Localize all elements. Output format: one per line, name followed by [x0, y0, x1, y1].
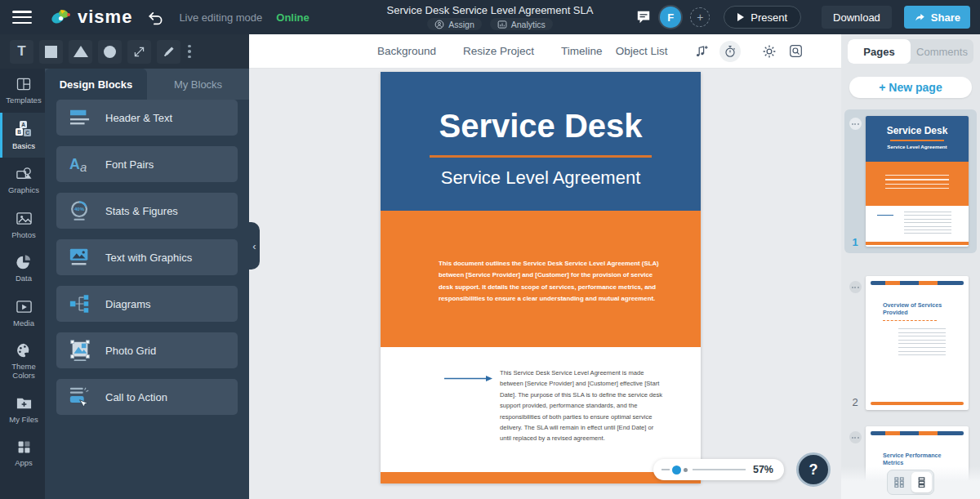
sidebar-item-theme-colors[interactable]: Theme Colors	[0, 335, 45, 387]
download-button[interactable]: Download	[822, 6, 892, 29]
visme-logo[interactable]: visme	[51, 7, 132, 28]
assign-button[interactable]: Assign	[427, 18, 482, 30]
preview-search-button[interactable]	[785, 41, 806, 62]
thumb-title: Overview of Services Provided	[883, 301, 945, 316]
grid-view-button[interactable]	[889, 472, 910, 492]
sidebar-label: Templates	[6, 96, 41, 105]
sidebar-item-my-files[interactable]: My Files	[0, 387, 45, 432]
present-button[interactable]: Present	[724, 6, 801, 29]
hamburger-menu-icon[interactable]	[12, 11, 32, 24]
document-title[interactable]: Service Desk	[381, 108, 701, 145]
text-tool[interactable]: T	[10, 40, 33, 64]
document-footer-bar	[381, 472, 701, 483]
block-item-call-to-action[interactable]: Call to Action	[56, 379, 238, 415]
block-item-photo-grid[interactable]: Photo Grid	[56, 332, 238, 368]
page-2-preview[interactable]: Overview of Services Provided	[866, 276, 969, 410]
timeline-button[interactable]: Timeline	[561, 45, 603, 57]
document-subtitle[interactable]: Service Level Agreement	[381, 167, 701, 189]
title-divider	[430, 155, 652, 158]
object-list-button[interactable]: Object List	[616, 45, 668, 57]
block-item-text-with-graphics[interactable]: Text with Graphics	[56, 239, 238, 275]
document-body-text[interactable]: This Service Desk Service Level Agreemen…	[500, 368, 666, 444]
data-icon	[16, 254, 32, 270]
document-intro-section[interactable]: This document outlines the Service Desk …	[381, 211, 701, 347]
tab-design-blocks[interactable]: Design Blocks	[45, 69, 147, 100]
basics-icon: A B C	[15, 120, 33, 138]
zoom-slider-handle[interactable]	[672, 466, 681, 474]
sidebar-label: Basics	[12, 142, 35, 151]
text-with-graphics-icon	[67, 247, 93, 268]
triangle-tool[interactable]	[69, 40, 92, 64]
sidebar-item-photos[interactable]: Photos	[0, 203, 45, 247]
user-avatar[interactable]: F	[660, 7, 681, 28]
document-body-section[interactable]: This Service Desk Service Level Agreemen…	[381, 347, 701, 472]
project-title[interactable]: Service Desk Service Level Agreement SLA	[387, 4, 594, 16]
canvas-area[interactable]: Service Desk Service Level Agreement Thi…	[249, 69, 841, 499]
page-options-icon[interactable]	[849, 118, 862, 130]
square-tool[interactable]	[39, 40, 63, 64]
line-tool[interactable]	[127, 40, 151, 64]
add-collaborator-button[interactable]: +	[690, 7, 710, 27]
my-files-icon	[16, 394, 33, 412]
sidebar-item-basics[interactable]: A B C Basics	[0, 113, 45, 158]
page-thumbnail-1[interactable]: 1 Service Desk Service Level Agreement	[844, 109, 977, 253]
timer-button[interactable]	[719, 41, 741, 62]
zoom-level: 57%	[753, 464, 773, 475]
top-bar: visme Live editing modeOnline Service De…	[0, 0, 980, 34]
block-item-font-pairs[interactable]: Aa Font Pairs	[56, 146, 238, 182]
background-button[interactable]: Background	[377, 45, 436, 57]
comments-icon[interactable]	[636, 10, 651, 25]
new-page-button[interactable]: + New page	[849, 77, 972, 98]
page-1-preview[interactable]: Service Desk Service Level Agreement	[866, 116, 969, 247]
list-view-button[interactable]	[911, 472, 932, 492]
thumb-title: Service Performance Metrics	[883, 452, 945, 466]
sidebar-item-graphics[interactable]: Graphics	[0, 158, 45, 203]
circle-tool[interactable]	[98, 40, 122, 64]
sidebar-item-apps[interactable]: Apps	[0, 432, 45, 475]
add-audio-button[interactable]	[690, 41, 711, 62]
document-header-section[interactable]: Service Desk Service Level Agreement	[381, 72, 701, 211]
templates-icon	[16, 76, 32, 92]
tab-my-blocks[interactable]: My Blocks	[147, 69, 249, 100]
page-number: 1	[852, 236, 858, 248]
sidebar-item-media[interactable]: Media	[0, 291, 45, 336]
sidebar-item-templates[interactable]: Templates	[0, 69, 45, 113]
svg-text:40%: 40%	[74, 207, 85, 212]
settings-button[interactable]	[759, 41, 780, 62]
share-arrow-icon	[914, 11, 926, 24]
tab-pages[interactable]: Pages	[848, 39, 911, 64]
block-item-diagrams[interactable]: Diagrams	[56, 286, 238, 322]
resize-project-button[interactable]: Resize Project	[463, 45, 534, 57]
visme-editor: visme Live editing modeOnline Service De…	[0, 0, 980, 499]
arrow-right-icon	[444, 375, 493, 382]
page-options-icon[interactable]	[849, 431, 862, 443]
thumbnail-view-toggle	[887, 470, 934, 495]
more-tools-icon[interactable]	[188, 45, 191, 59]
theme-colors-icon	[16, 342, 32, 359]
block-item-stats-figures[interactable]: 40% Stats & Figures	[56, 193, 238, 229]
block-item-header-text[interactable]: Header & Text	[56, 100, 238, 136]
sidebar-item-data[interactable]: Data	[0, 247, 45, 291]
block-item-label: Photo Grid	[105, 345, 156, 357]
draw-tool[interactable]	[157, 40, 180, 64]
collapse-panel-button[interactable]: ‹	[249, 222, 260, 270]
share-button[interactable]: Share	[904, 6, 970, 29]
tab-comments[interactable]: Comments	[911, 39, 973, 64]
svg-text:a: a	[80, 160, 87, 174]
analytics-label: Analytics	[511, 20, 546, 29]
help-button[interactable]: ?	[796, 452, 831, 487]
page-thumbnail-2[interactable]: 2 Overview of Services Provided	[844, 273, 977, 413]
sidebar-label: Media	[13, 319, 34, 328]
analytics-button[interactable]: Analytics	[490, 18, 553, 30]
line-arrow-icon	[132, 45, 146, 59]
header-text-icon	[67, 108, 93, 127]
page-options-icon[interactable]	[849, 281, 862, 293]
timer-icon	[724, 45, 737, 58]
undo-icon[interactable]	[148, 10, 163, 25]
document-page[interactable]: Service Desk Service Level Agreement Thi…	[381, 72, 701, 483]
call-to-action-icon	[67, 385, 93, 408]
magnifier-square-icon	[789, 44, 803, 58]
document-intro-text[interactable]: This document outlines the Service Desk …	[439, 258, 662, 305]
zoom-slider-track[interactable]	[693, 469, 746, 470]
media-icon	[16, 298, 33, 315]
